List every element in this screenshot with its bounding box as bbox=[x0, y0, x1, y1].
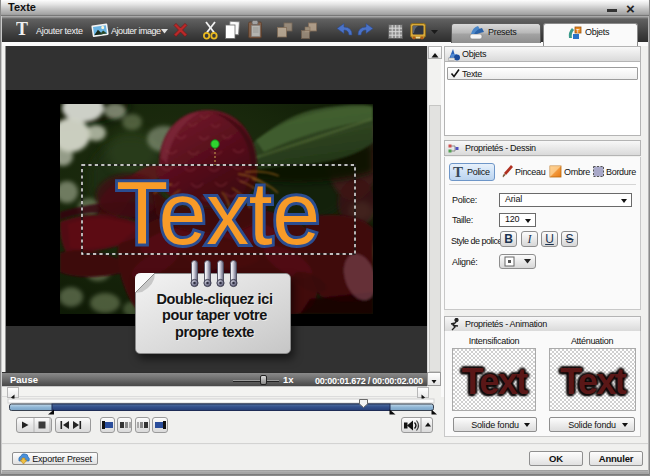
svg-text:Texte: Texte bbox=[116, 163, 320, 263]
svg-text:T: T bbox=[453, 165, 463, 179]
svg-text:T: T bbox=[16, 21, 28, 39]
svg-text:T: T bbox=[576, 28, 580, 34]
